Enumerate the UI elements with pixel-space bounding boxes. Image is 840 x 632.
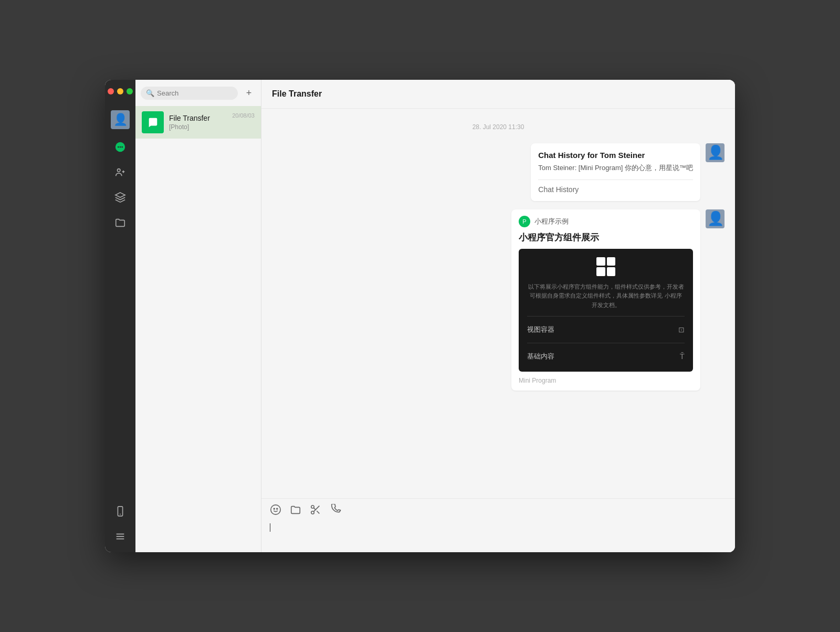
sidebar-item-chats[interactable] [113, 140, 128, 154]
card-title: Chat History for Tom Steiner [538, 151, 693, 160]
card-action[interactable]: Chat History [538, 180, 693, 194]
chat-history-content: Chat History for Tom Steiner Tom Steiner… [531, 143, 700, 201]
text-cursor [270, 523, 270, 532]
search-input[interactable] [157, 89, 233, 97]
traffic-lights [108, 88, 133, 94]
mini-program-header: P 小程序示例 [511, 209, 700, 231]
svg-point-11 [274, 508, 275, 509]
emoji-button[interactable] [270, 504, 281, 515]
maximize-button[interactable] [127, 88, 133, 94]
search-box[interactable]: 🔍 [141, 87, 238, 100]
svg-point-10 [271, 505, 280, 514]
preview-row-2-label: 基础内容 [527, 352, 554, 361]
svg-point-1 [118, 146, 119, 148]
message-row-mini-prog: P 小程序示例 小程序官方组件展示 [272, 209, 724, 391]
user-avatar[interactable]: 👤 [111, 110, 130, 129]
sender-avatar [706, 143, 724, 162]
mini-prog-name: 小程序示例 [534, 217, 569, 226]
folder-button[interactable] [290, 504, 301, 515]
preview-row-1[interactable]: 视图容器 ⊡ [527, 323, 685, 336]
sidebar-item-more[interactable] [113, 529, 128, 544]
chat-item-info: File Transfer [Photo] [169, 114, 227, 131]
grid-icon [596, 257, 615, 276]
mini-prog-type: Mini Program [511, 377, 700, 391]
date-separator: 28. Jul 2020 11:30 [272, 123, 724, 131]
svg-rect-5 [118, 507, 122, 516]
app-window: 👤 [105, 80, 735, 552]
chat-item-time: 20/08/03 [232, 111, 255, 119]
chat-list-item[interactable]: File Transfer [Photo] 20/08/03 [135, 106, 261, 139]
svg-point-4 [118, 169, 121, 172]
chat-item-name: File Transfer [169, 114, 227, 122]
preview-row-1-icon: ⊡ [678, 325, 685, 334]
chat-title: File Transfer [272, 89, 724, 99]
svg-point-12 [277, 508, 278, 509]
new-chat-button[interactable]: + [242, 86, 256, 100]
chat-history-card[interactable]: Chat History for Tom Steiner Tom Steiner… [531, 143, 700, 201]
chat-list-header: 🔍 + [135, 80, 261, 106]
chat-item-icon [142, 111, 164, 133]
svg-point-14 [311, 511, 314, 514]
svg-point-3 [121, 146, 123, 148]
chat-item-preview: [Photo] [169, 123, 227, 131]
mini-prog-preview: 以下将展示小程序官方组件能力，组件样式仅供参考，开发者可根据自身需求自定义组件样… [519, 249, 693, 372]
grid-cell-1 [596, 257, 605, 266]
chat-toolbar [261, 498, 735, 521]
preview-row-1-label: 视图容器 [527, 325, 554, 334]
sidebar-item-phone[interactable] [113, 504, 128, 519]
sidebar-item-contacts[interactable] [113, 165, 128, 180]
search-icon: 🔍 [146, 89, 154, 97]
minimize-button[interactable] [117, 88, 123, 94]
svg-line-16 [317, 511, 319, 513]
preview-row-2-icon: T̄ [680, 352, 685, 361]
chat-header: File Transfer [261, 80, 735, 109]
preview-row-2[interactable]: 基础内容 T̄ [527, 350, 685, 363]
mini-prog-title: 小程序官方组件展示 [511, 231, 700, 249]
main-chat-area: File Transfer 28. Jul 2020 11:30 Chat Hi… [261, 80, 735, 552]
messages-area[interactable]: 28. Jul 2020 11:30 Chat History for Tom … [261, 109, 735, 498]
mini-prog-icon-label: P [522, 218, 526, 225]
voip-button[interactable] [330, 504, 341, 515]
preview-divider [527, 316, 685, 317]
close-button[interactable] [108, 88, 114, 94]
grid-cell-3 [596, 267, 605, 276]
chat-list-panel: 🔍 + File Transfer [Photo] 20/08/03 [135, 80, 261, 552]
preview-icon-grid [527, 257, 685, 276]
grid-cell-4 [607, 267, 616, 276]
svg-point-2 [120, 146, 121, 148]
chat-input-area[interactable] [261, 521, 735, 552]
grid-cell-2 [607, 257, 616, 266]
mini-program-card[interactable]: P 小程序示例 小程序官方组件展示 [511, 209, 700, 391]
sidebar-item-files[interactable] [113, 215, 128, 230]
card-subtitle: Tom Steiner: [Mini Program] 你的心意，用星说™吧 [538, 163, 693, 180]
sidebar-bottom [113, 504, 128, 544]
sidebar: 👤 [105, 80, 135, 552]
sidebar-item-mini-programs[interactable] [113, 190, 128, 205]
preview-text: 以下将展示小程序官方组件能力，组件样式仅供参考，开发者可根据自身需求自定义组件样… [527, 282, 685, 310]
preview-divider-2 [527, 343, 685, 343]
scissors-button[interactable] [310, 504, 321, 515]
mini-prog-icon: P [519, 216, 530, 227]
svg-point-13 [311, 505, 314, 509]
svg-line-17 [313, 508, 316, 510]
message-row: Chat History for Tom Steiner Tom Steiner… [272, 143, 724, 201]
sender-avatar-2 [706, 209, 724, 228]
